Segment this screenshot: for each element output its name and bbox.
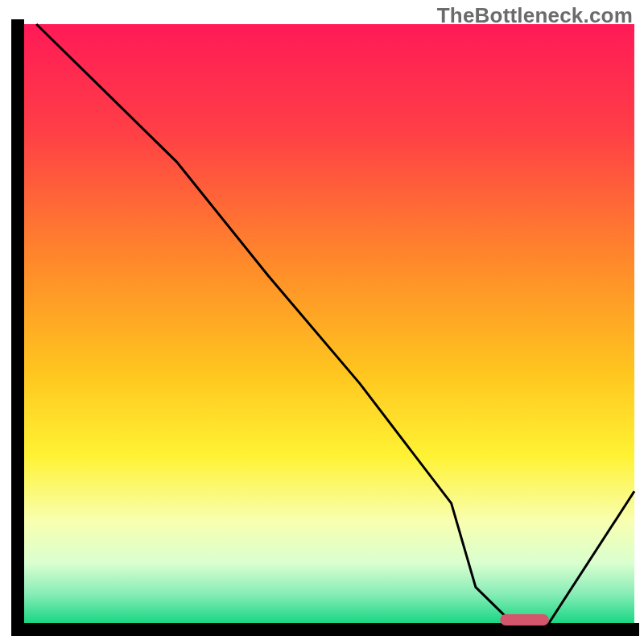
chart-svg (0, 0, 644, 644)
optimal-marker (500, 614, 549, 625)
bottleneck-chart: TheBottleneck.com (0, 0, 644, 644)
chart-gradient-area (24, 24, 634, 623)
watermark-label: TheBottleneck.com (437, 3, 633, 28)
